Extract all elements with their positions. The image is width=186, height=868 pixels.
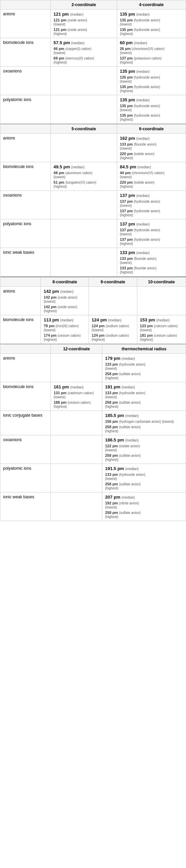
table-row: ionic conjugate bases 185.5 pm (median) … (0, 411, 186, 435)
col-header-empty (0, 0, 51, 10)
cell-ionic-weak-bases-12coord (51, 493, 102, 521)
row-label-biomolecule-1: biomolecule ions (0, 38, 51, 67)
cell-biomolecule-10coord: 153 pm (median) 123 pm (calcium cation)(… (137, 315, 186, 344)
row-label-oxoanions-2: oxoanions (0, 191, 51, 219)
cell-biomolecule-12coord: 161 pm (median) 131 pm (cadmium cation)(… (51, 382, 102, 411)
table-section3: 8-coordinate 9-coordinate 10-coordinate … (0, 277, 186, 345)
cell-oxoanions-6coord: 137 pm (median) 137 pm (hydroxide anion)… (117, 191, 186, 219)
cell-anions-thermo: 179 pm (median) 133 pm (hydroxide anion)… (102, 354, 186, 382)
col-header-8coord: 8-coordinate (41, 277, 89, 286)
table-row: anions 142 pm (median) 142 pm (oxide ani… (0, 286, 186, 315)
table-row: oxoanions 135 pm (median) 135 pm (hydrox… (0, 67, 186, 95)
cell-biomolecule-thermo: 191 pm (median) 133 pm (hydroxide anion)… (102, 382, 186, 411)
cell-biomolecule-8coord: 113 pm (median) 78 pm (iron(III) cation)… (41, 315, 89, 344)
cell-oxoanions-12coord (51, 435, 102, 464)
row-label-ionic-conjugate-bases: ionic conjugate bases (0, 411, 51, 435)
cell-anions-8coord: 142 pm (median) 142 pm (oxide anion)(low… (41, 286, 89, 315)
table-row: biomolecule ions 49.5 pm (median) 48 pm … (0, 162, 186, 191)
cell-biomolecule-9coord: 124 pm (median) 124 pm (sodium cation)(l… (89, 315, 137, 344)
col-header-6coord: 6-coordinate (117, 124, 186, 134)
row-label-anions-1: anions (0, 10, 51, 38)
section-header-row: 5-coordinate 6-coordinate (0, 124, 186, 134)
cell-oxoanions-4coord: 135 pm (median) 135 pm (hydroxide anion)… (117, 67, 186, 95)
cell-biomolecule-5coord: 49.5 pm (median) 48 pm (aluminum cation)… (51, 162, 117, 191)
cell-anions-9coord (89, 286, 137, 315)
row-label-biomolecule-4: biomolecule ions (0, 382, 51, 411)
cell-biomolecule-2coord: 57.5 pm (median) 46 pm (copper(I) cation… (51, 38, 117, 67)
cell-anions-4coord: 135 pm (median) 135 pm (hydroxide anion)… (117, 10, 186, 38)
col-header-empty4 (0, 345, 51, 354)
col-header-5coord: 5-coordinate (51, 124, 117, 134)
cell-ionic-conjugate-12coord (51, 411, 102, 435)
table-row: biomolecule ions 113 pm (median) 78 pm (… (0, 315, 186, 344)
cell-biomolecule-4coord: 60 pm (median) 26 pm (chromium(VI) catio… (117, 38, 186, 67)
cell-anions-2coord: 121 pm (median) 121 pm (oxide anion)(low… (51, 10, 117, 38)
col-header-12coord: 12-coordinate (51, 345, 102, 354)
row-label-polyatomic-2: polyatomic ions (0, 219, 51, 248)
table-row: anions 162 pm (median) 133 pm (fluoride … (0, 134, 186, 162)
cell-polyatomic-12coord (51, 464, 102, 493)
table-row: anions 179 pm (median) 133 pm (hydroxide… (0, 354, 186, 382)
cell-anions-5coord (51, 134, 117, 162)
row-label-biomolecule-2: biomolecule ions (0, 162, 51, 191)
col-header-10coord: 10-coordinate (137, 277, 186, 286)
col-header-4coord: 4-coordinate (117, 0, 186, 10)
table-row: polyatomic ions 191.5 pm (median) 133 pm… (0, 464, 186, 493)
row-label-ionic-weak-bases-1: ionic weak bases (0, 248, 51, 277)
cell-ionic-conjugate-thermo: 185.5 pm (median) 156 pm (hydrogen carbo… (102, 411, 186, 435)
row-label-anions-4: anions (0, 354, 51, 382)
cell-polyatomic-thermo: 191.5 pm (median) 133 pm (hydroxide anio… (102, 464, 186, 493)
table-section4: 12-coordinate thermochemical radius anio… (0, 344, 186, 521)
row-label-anions-3: anions (0, 286, 41, 315)
col-header-thermochem: thermochemical radius (102, 345, 186, 354)
table-row: oxoanions 137 pm (median) 137 pm (hydrox… (0, 191, 186, 219)
cell-oxoanions-thermo: 186.5 pm (median) 122 pm (iodate anion)(… (102, 435, 186, 464)
col-header-empty3 (0, 277, 41, 286)
cell-polyatomic-2coord (51, 95, 117, 124)
row-label-oxoanions-1: oxoanions (0, 67, 51, 95)
table-row: polyatomic ions 135 pm (median) 135 pm (… (0, 95, 186, 124)
table-row: oxoanions 186.5 pm (median) 122 pm (ioda… (0, 435, 186, 464)
main-table: 2-coordinate 4-coordinate anions 121 pm … (0, 0, 186, 277)
cell-ionic-weak-bases-5coord (51, 248, 117, 277)
table-row: ionic weak bases 133 pm (median) 133 pm … (0, 248, 186, 277)
table-row: biomolecule ions 57.5 pm (median) 46 pm … (0, 38, 186, 67)
page-container: 2-coordinate 4-coordinate anions 121 pm … (0, 0, 186, 521)
cell-anions-12coord (51, 354, 102, 382)
row-label-polyatomic-1: polyatomic ions (0, 95, 51, 124)
cell-oxoanions-5coord (51, 191, 117, 219)
col-header-9coord: 9-coordinate (89, 277, 137, 286)
cell-anions-10coord (137, 286, 186, 315)
cell-biomolecule-6coord: 84.5 pm (median) 44 pm (chromium(VI) cat… (117, 162, 186, 191)
cell-polyatomic-4coord: 135 pm (median) 135 pm (hydroxide anion)… (117, 95, 186, 124)
cell-polyatomic-6coord: 137 pm (median) 137 pm (hydroxide anion)… (117, 219, 186, 248)
row-label-anions-2: anions (0, 134, 51, 162)
col-header-empty2 (0, 124, 51, 134)
cell-ionic-weak-bases-6coord: 133 pm (median) 133 pm (fluoride anion)(… (117, 248, 186, 277)
table-row: polyatomic ions 137 pm (median) 137 pm (… (0, 219, 186, 248)
row-label-polyatomic-4: polyatomic ions (0, 464, 51, 493)
cell-oxoanions-2coord (51, 67, 117, 95)
row-label-biomolecule-3: biomolecule ions (0, 315, 41, 344)
table-row: ionic weak bases 207 pm (median) 192 pm … (0, 493, 186, 521)
row-label-oxoanions-4: oxoanions (0, 435, 51, 464)
cell-polyatomic-5coord (51, 219, 117, 248)
cell-ionic-weak-bases-thermo: 207 pm (median) 192 pm (nitrite anion)(l… (102, 493, 186, 521)
col-header-2coord: 2-coordinate (51, 0, 117, 10)
table-row: biomolecule ions 161 pm (median) 131 pm … (0, 382, 186, 411)
row-label-ionic-weak-bases-2: ionic weak bases (0, 493, 51, 521)
cell-anions-6coord: 162 pm (median) 133 pm (fluoride anion)(… (117, 134, 186, 162)
table-row: anions 121 pm (median) 121 pm (oxide ani… (0, 10, 186, 38)
